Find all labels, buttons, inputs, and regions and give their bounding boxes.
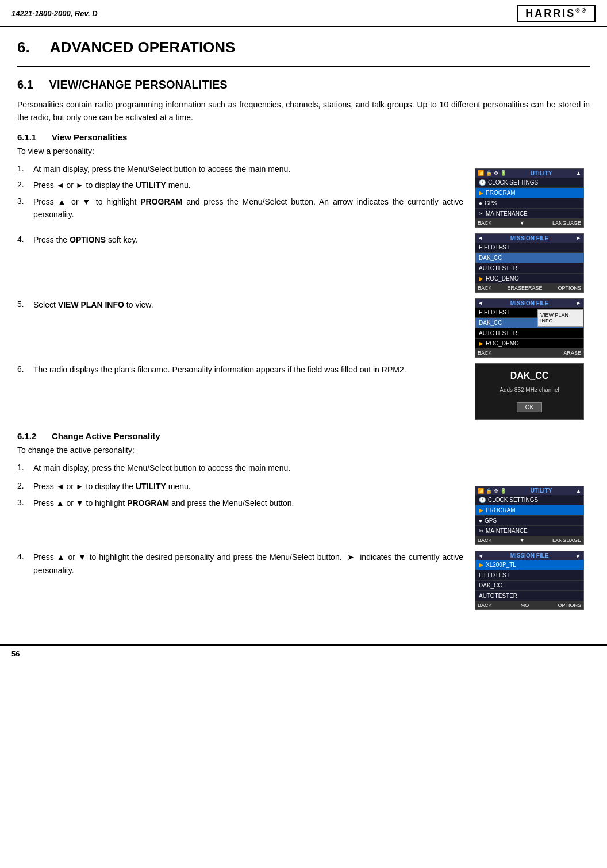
section-6-1-2-heading: 6.1.2 Change Active Personality xyxy=(17,431,590,441)
section-6-number: 6. xyxy=(17,39,30,56)
step-3-text: Press ▲ or ▼ to highlight PROGRAM and pr… xyxy=(33,195,463,221)
screen-item-gps-2: ● GPS xyxy=(475,516,583,526)
screen-item-autotester-1: AUTOTESTER xyxy=(475,263,583,274)
icon-lock: 🔒 xyxy=(486,170,492,176)
step-1-number: 1. xyxy=(17,163,33,175)
mission-title-3: MISSION FILE xyxy=(510,552,549,559)
section-6-1-1-number: 6.1.1 xyxy=(17,132,52,142)
step-5-block: 5. Select VIEW PLAN INFO to view. ◄ MISS… xyxy=(17,298,590,358)
active-arrow-1: ▶ xyxy=(479,275,483,282)
screen-item-clock-2: 🕐 CLOCK SETTINGS xyxy=(475,495,583,505)
back-label-3: BACK xyxy=(478,350,492,356)
section-6-1-number: 6.1 xyxy=(17,78,33,91)
section-6: 6. ADVANCED OPERATIONS xyxy=(17,39,590,67)
program-icon-2: ▶ xyxy=(479,507,483,513)
section-6-1-1-title: View Personalities xyxy=(52,132,127,142)
active-arrow-3: ▶ xyxy=(479,562,483,568)
steps-1-3-text: 1. At main display, press the Menu/Selec… xyxy=(17,163,475,228)
step-change-1-number: 1. xyxy=(17,462,33,474)
back-label-4: BACK xyxy=(478,537,492,543)
step-2-number: 2. xyxy=(17,179,33,191)
page-footer: 56 xyxy=(0,644,607,662)
step-5-number: 5. xyxy=(17,298,33,311)
step-4-text: 4. Press the OPTIONS soft key. xyxy=(17,233,475,293)
mission-title: MISSION FILE xyxy=(510,235,549,241)
dakcc-title: DAK_CC xyxy=(480,371,579,381)
step-6-text: The radio displays the plan's filename. … xyxy=(33,363,463,376)
screen-top-bar: 📶 🔒 ⚙ 🔋 UTILITY ▲ xyxy=(475,169,583,178)
screen-item-autotester-2: AUTOTESTER xyxy=(475,328,583,339)
screen-top-bar-3: ◄ MISSION FILE ► xyxy=(475,299,583,308)
screen-bottom-bar-2: BACK ERASEERASE OPTIONS xyxy=(475,284,583,292)
page-number: 56 xyxy=(11,650,20,658)
screen-item-program: ▶ PROGRAM xyxy=(475,188,583,198)
step-4: 4. Press the OPTIONS soft key. xyxy=(17,233,463,246)
language-label-2: LANGUAGE xyxy=(552,537,581,543)
step-4-block: 4. Press the OPTIONS soft key. ◄ MISSION… xyxy=(17,233,590,293)
icon-battery: 🔋 xyxy=(500,170,506,176)
screen-item-rocdemo-2: ▶ ROC_DEMO xyxy=(475,339,583,349)
scroll-down: ▼ xyxy=(520,220,525,226)
icon-signal-2: 📶 xyxy=(478,488,484,494)
program-icon: ▶ xyxy=(479,190,483,196)
step-6: 6. The radio displays the plan's filenam… xyxy=(17,363,463,376)
step-6-number: 6. xyxy=(17,363,33,376)
step-change-2-text: Press ◄ or ► to display the UTILITY menu… xyxy=(33,480,463,493)
clock-icon: 🕐 xyxy=(479,179,486,186)
step-change-1-text: At main display, press the Menu/Select b… xyxy=(33,462,590,474)
screen-bottom-bar-4: BACK ▼ LANGUAGE xyxy=(475,536,583,544)
screen-item-dakcc-1: DAK_CC xyxy=(475,253,583,263)
section-6-1: 6.1 VIEW/CHANGE PERSONALITIES Personalit… xyxy=(17,78,590,124)
step-change-3: 3. Press ▲ or ▼ to highlight PROGRAM and… xyxy=(17,497,463,509)
step-3: 3. Press ▲ or ▼ to highlight PROGRAM and… xyxy=(17,195,463,221)
scroll-up-arrow: ▲ xyxy=(576,170,581,176)
page-content: 6. ADVANCED OPERATIONS 6.1 VIEW/CHANGE P… xyxy=(0,27,607,627)
screen-title-label-2: UTILITY xyxy=(531,487,552,494)
maint-icon-2: ✂ xyxy=(479,528,483,534)
step-change-2-number: 2. xyxy=(17,480,33,493)
right-arrow: ► xyxy=(576,235,581,241)
ok-button[interactable]: OK xyxy=(517,402,542,412)
step-4-text: Press the OPTIONS soft key. xyxy=(33,233,463,246)
scroll-up-arrow-2: ▲ xyxy=(576,488,581,494)
screen-item-clock: 🕐 CLOCK SETTINGS xyxy=(475,178,583,188)
active-arrow-2: ▶ xyxy=(479,340,483,347)
utility-menu-screen: 📶 🔒 ⚙ 🔋 UTILITY ▲ 🕐 CLOCK SETTINGS ▶ PRO… xyxy=(475,168,584,228)
mission-file-screen-2: ◄ MISSION FILE ► FIELDTEST DAK_CC AUTOTE… xyxy=(475,298,584,358)
screen-item-maintenance-2: ✂ MAINTENANCE xyxy=(475,526,583,536)
step-6-block: 6. The radio displays the plan's filenam… xyxy=(17,363,590,420)
step-6-text: 6. The radio displays the plan's filenam… xyxy=(17,363,475,420)
document-title: 14221-1800-2000, Rev. D xyxy=(11,9,98,18)
utility-menu-screen-2: 📶 🔒 ⚙ 🔋 UTILITY ▲ 🕐 CLOCK SETTINGS ▶ PRO… xyxy=(475,486,584,545)
icon-gear: ⚙ xyxy=(494,170,498,176)
mission-title-2: MISSION FILE xyxy=(510,300,549,306)
screen-top-bar-5: ◄ MISSION FILE ► xyxy=(475,551,583,560)
icon-signal: 📶 xyxy=(478,170,484,176)
right-arrow-2: ► xyxy=(576,300,581,306)
icon-lock-2: 🔒 xyxy=(486,488,492,494)
screen-icons: 📶 🔒 ⚙ 🔋 xyxy=(478,170,506,176)
gps-icon-2: ● xyxy=(479,517,482,524)
gps-icon: ● xyxy=(479,200,482,206)
right-arrow-3: ► xyxy=(576,553,581,559)
utility-screenshot-2: 📶 🔒 ⚙ 🔋 UTILITY ▲ 🕐 CLOCK SETTINGS ▶ PRO… xyxy=(475,480,590,545)
step-change-3-text: Press ▲ or ▼ to highlight PROGRAM and pr… xyxy=(33,497,463,509)
mission-file-screenshot-2: ◄ MISSION FILE ► FIELDTEST DAK_CC AUTOTE… xyxy=(475,298,590,358)
left-arrow-3: ◄ xyxy=(478,553,483,559)
screen-bottom-bar-3: BACK ARASE xyxy=(475,349,583,357)
step-1-text: At main display, press the Menu/Select b… xyxy=(33,163,463,175)
dakcc-info-screen: DAK_CC Adds 852 MHz channel OK xyxy=(475,363,584,420)
section-6-1-1-heading: 6.1.1 View Personalities xyxy=(17,132,590,142)
erase-label-2: ARASE xyxy=(563,350,581,356)
utility-screenshot-1: 📶 🔒 ⚙ 🔋 UTILITY ▲ 🕐 CLOCK SETTINGS ▶ PRO… xyxy=(475,163,590,228)
back-label-2: BACK xyxy=(478,285,492,291)
screen-item-dakcc-3: DAK_CC xyxy=(475,581,583,591)
view-plan-popup[interactable]: VIEW PLAN INFO xyxy=(537,309,583,327)
left-arrow-2: ◄ xyxy=(478,300,483,306)
step-5-text: 5. Select VIEW PLAN INFO to view. xyxy=(17,298,475,358)
mission-content-row: FIELDTEST DAK_CC AUTOTESTER ▶ ROC_DEMO V… xyxy=(475,308,583,349)
options-label-2: OPTIONS xyxy=(558,602,581,608)
steps-1-3-block: 1. At main display, press the Menu/Selec… xyxy=(17,163,590,228)
screen-bottom-bar-5: BACK MO OPTIONS xyxy=(475,601,583,609)
section-6-1-title: VIEW/CHANGE PERSONALITIES xyxy=(49,78,228,91)
